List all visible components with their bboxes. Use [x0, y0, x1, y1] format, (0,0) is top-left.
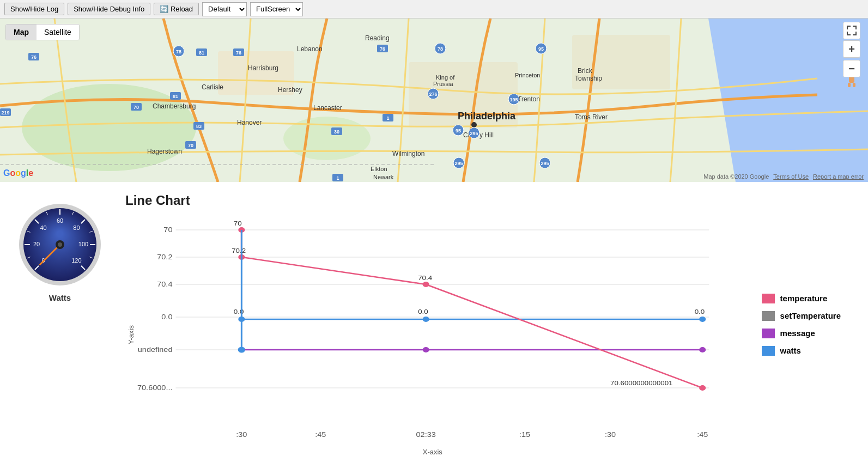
- chart-section: Line Chart Y-axis 7: [125, 193, 729, 456]
- y-axis-label-container: Y-axis: [125, 214, 136, 456]
- fullscreen-button[interactable]: [843, 22, 860, 39]
- svg-text:0.0: 0.0: [695, 308, 705, 315]
- svg-text:70: 70: [188, 143, 193, 148]
- toolbar: Show/Hide Log Show/Hide Debug Info 🔄 Rel…: [0, 0, 868, 19]
- svg-rect-74: [848, 83, 851, 87]
- map-attribution: Map data ©2020 Google Terms of Use Repor…: [703, 173, 864, 180]
- terms-link[interactable]: Terms of Use: [773, 173, 809, 180]
- svg-text:Hanover: Hanover: [237, 119, 262, 126]
- map-data-text: Map data ©2020 Google: [703, 173, 769, 180]
- svg-text:76: 76: [380, 46, 385, 52]
- svg-text:276: 276: [429, 92, 437, 97]
- svg-text:70.4: 70.4: [157, 281, 172, 288]
- svg-text:81: 81: [173, 94, 178, 99]
- svg-text:Carlisle: Carlisle: [202, 83, 223, 91]
- svg-text:70.2: 70.2: [157, 253, 172, 261]
- svg-text:Newark: Newark: [373, 174, 394, 180]
- legend-color-settemperature: [762, 311, 775, 321]
- legend-item-settemperature: setTemperature: [762, 311, 841, 321]
- svg-text:70: 70: [133, 105, 139, 110]
- svg-text:Hershey: Hershey: [278, 86, 302, 94]
- legend-color-message: [762, 329, 775, 338]
- reload-button[interactable]: 🔄 Reload: [154, 3, 199, 15]
- svg-text:295: 295: [541, 161, 549, 166]
- fullscreen-select[interactable]: FullScreen Normal: [250, 2, 303, 16]
- svg-text:76: 76: [236, 50, 241, 56]
- x-axis-label: X-axis: [136, 448, 729, 456]
- svg-text:Philadelphia: Philadelphia: [458, 111, 516, 121]
- svg-point-106: [699, 385, 706, 391]
- svg-text:Brick: Brick: [578, 67, 593, 75]
- svg-text:295: 295: [470, 131, 478, 136]
- svg-text:Princeton: Princeton: [515, 72, 540, 78]
- svg-text:83: 83: [196, 124, 202, 129]
- legend-item-temperature: temperature: [762, 294, 841, 303]
- svg-text:Toms River: Toms River: [575, 113, 608, 121]
- show-hide-debug-button[interactable]: Show/Hide Debug Info: [68, 3, 150, 15]
- zoom-out-button[interactable]: −: [843, 60, 860, 77]
- legend-label-watts: watts: [780, 346, 801, 355]
- svg-text:0.0: 0.0: [418, 308, 428, 315]
- zoom-in-button[interactable]: +: [843, 40, 860, 58]
- chart-inner: 70 70.2 70.4 0.0 undefined 70.6000... :3…: [136, 214, 729, 456]
- svg-text:Township: Township: [575, 75, 602, 82]
- legend-label-temperature: temperature: [780, 294, 828, 303]
- svg-text::15: :15: [519, 431, 530, 439]
- svg-text:Elkton: Elkton: [371, 166, 387, 172]
- svg-text:Harrisburg: Harrisburg: [248, 64, 278, 72]
- svg-text:1: 1: [386, 115, 389, 121]
- legend-color-temperature: [762, 294, 775, 303]
- gauge-section: Watts: [5, 193, 114, 456]
- svg-text:70: 70: [163, 226, 172, 234]
- bottom-section: Watts Line Chart Y-axis: [0, 182, 868, 456]
- svg-text:78: 78: [438, 46, 443, 52]
- map-type-buttons: Map Satellite: [5, 24, 80, 40]
- svg-text:78: 78: [176, 49, 181, 54]
- y-axis-label: Y-axis: [127, 325, 135, 344]
- svg-text:70.4: 70.4: [418, 275, 432, 282]
- svg-text:70.6000000000001: 70.6000000000001: [610, 380, 673, 387]
- svg-text:195: 195: [509, 97, 518, 102]
- svg-text::30: :30: [605, 431, 616, 439]
- google-logo: Google: [3, 167, 33, 179]
- map-controls: + −: [843, 40, 860, 77]
- map-container: Philadelphia Brick Township Toms River C…: [0, 19, 868, 182]
- svg-text:70.6000...: 70.6000...: [137, 384, 172, 392]
- report-link[interactable]: Report a map error: [813, 173, 864, 180]
- show-hide-log-button[interactable]: Show/Hide Log: [4, 3, 64, 15]
- chart-title: Line Chart: [125, 193, 729, 208]
- svg-point-105: [423, 282, 429, 287]
- svg-text:81: 81: [199, 50, 204, 56]
- svg-text:King of: King of: [436, 74, 455, 81]
- svg-text:295: 295: [454, 161, 463, 166]
- svg-text::45: :45: [315, 431, 326, 439]
- svg-text:Wilmington: Wilmington: [392, 150, 424, 157]
- svg-text:70.2: 70.2: [232, 247, 246, 254]
- svg-text:02:33: 02:33: [416, 431, 436, 439]
- legend-label-message: message: [780, 329, 815, 338]
- legend: temperature setTemperature message watts: [740, 193, 863, 456]
- svg-text::45: :45: [697, 431, 708, 439]
- svg-text:95: 95: [538, 46, 544, 52]
- legend-item-message: message: [762, 329, 841, 338]
- svg-point-96: [699, 317, 706, 322]
- svg-point-95: [423, 317, 429, 322]
- satellite-button[interactable]: Satellite: [37, 25, 79, 40]
- svg-text:undefined: undefined: [138, 346, 173, 354]
- map-button[interactable]: Map: [6, 25, 37, 40]
- chart-area: Y-axis 70 70.2: [125, 214, 729, 456]
- svg-text:Hagerstown: Hagerstown: [147, 148, 182, 155]
- svg-text:Prussia: Prussia: [433, 81, 454, 87]
- svg-rect-75: [853, 83, 855, 87]
- legend-label-settemperature: setTemperature: [780, 311, 841, 320]
- default-select[interactable]: Default Theme1 Theme2: [202, 2, 247, 16]
- gauge-chart: [11, 193, 109, 291]
- svg-point-102: [699, 347, 706, 352]
- svg-text:Lancaster: Lancaster: [313, 104, 342, 112]
- svg-point-8: [471, 122, 477, 127]
- svg-point-101: [423, 347, 429, 352]
- svg-text:219: 219: [1, 110, 9, 115]
- svg-text:1: 1: [336, 175, 339, 181]
- svg-text:Trenton: Trenton: [518, 95, 540, 103]
- svg-text:Reading: Reading: [365, 34, 390, 42]
